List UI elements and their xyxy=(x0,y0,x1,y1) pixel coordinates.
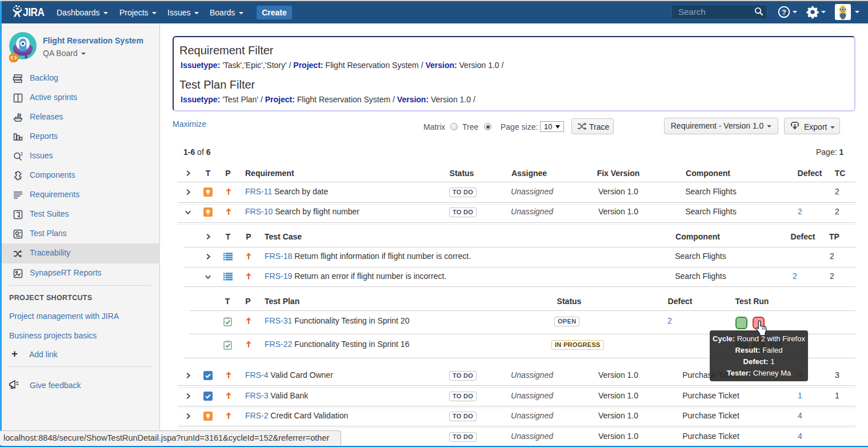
svg-text:?: ? xyxy=(782,8,786,17)
